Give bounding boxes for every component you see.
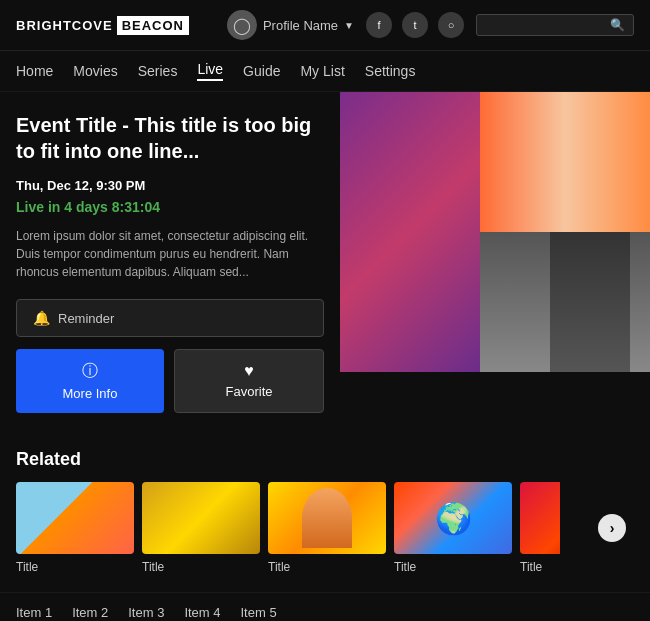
nav-series[interactable]: Series	[138, 63, 178, 79]
thumb-5	[520, 482, 560, 554]
bell-icon: 🔔	[33, 310, 50, 326]
header-right: ◯ Profile Name ▼ f t ○ 🔍	[227, 10, 634, 40]
action-buttons: ⓘ More Info ♥ Favorite	[16, 349, 324, 413]
related-item-title-2: Title	[142, 560, 260, 574]
favorite-button[interactable]: ♥ Favorite	[174, 349, 324, 413]
social-icons: f t ○	[366, 12, 464, 38]
thumb-1	[16, 482, 134, 554]
hero-right-panel	[480, 92, 650, 372]
nav-settings[interactable]: Settings	[365, 63, 416, 79]
nav-home[interactable]: Home	[16, 63, 53, 79]
list-item[interactable]: Title	[16, 482, 134, 574]
related-item-title-5: Title	[520, 560, 560, 574]
related-item-title-3: Title	[268, 560, 386, 574]
event-details: Event Title - This title is too big to f…	[0, 92, 340, 433]
nav-movies[interactable]: Movies	[73, 63, 117, 79]
hero-bottom-panel	[480, 232, 650, 372]
search-input[interactable]	[485, 18, 605, 32]
thumb-image-5	[520, 482, 560, 554]
event-title: Event Title - This title is too big to f…	[16, 112, 324, 164]
footer-nav-item-5[interactable]: Item 5	[241, 605, 277, 620]
related-item-title-4: Title	[394, 560, 512, 574]
list-item[interactable]: Title	[268, 482, 386, 574]
info-icon: ⓘ	[82, 361, 98, 382]
profile-icon: ◯	[227, 10, 257, 40]
footer-nav: Item 1 Item 2 Item 3 Item 4 Item 5	[0, 592, 650, 621]
instagram-icon[interactable]: ○	[438, 12, 464, 38]
logo-brightcove: BRIGHTCOVE	[16, 18, 113, 33]
related-items: Title Title Title 🌍 Title	[16, 482, 634, 574]
hero-top-panel	[480, 92, 650, 232]
logo-beacon: BEACON	[117, 16, 189, 35]
thumb-person	[302, 488, 352, 548]
header: BRIGHTCOVE BEACON ◯ Profile Name ▼ f t ○…	[0, 0, 650, 51]
event-description: Lorem ipsum dolor sit amet, consectetur …	[16, 227, 324, 281]
footer-nav-item-2[interactable]: Item 2	[72, 605, 108, 620]
globe-icon: 🌍	[435, 501, 472, 536]
footer-nav-item-4[interactable]: Item 4	[184, 605, 220, 620]
footer-nav-item-1[interactable]: Item 1	[16, 605, 52, 620]
main-content: Event Title - This title is too big to f…	[0, 92, 650, 433]
related-item-title-1: Title	[16, 560, 134, 574]
thumb-image-4: 🌍	[394, 482, 512, 554]
thumb-image-2	[142, 482, 260, 554]
nav-guide[interactable]: Guide	[243, 63, 280, 79]
related-title: Related	[16, 449, 634, 470]
footer-nav-item-3[interactable]: Item 3	[128, 605, 164, 620]
favorite-label: Favorite	[226, 384, 273, 399]
heart-icon: ♥	[244, 362, 254, 380]
event-live-status: Live in 4 days 8:31:04	[16, 199, 324, 215]
reminder-button[interactable]: 🔔 Reminder	[16, 299, 324, 337]
profile-area[interactable]: ◯ Profile Name ▼	[227, 10, 354, 40]
facebook-icon[interactable]: f	[366, 12, 392, 38]
reminder-label: Reminder	[58, 311, 114, 326]
more-info-button[interactable]: ⓘ More Info	[16, 349, 164, 413]
twitter-icon[interactable]: t	[402, 12, 428, 38]
thumb-image-1	[16, 482, 134, 554]
nav-mylist[interactable]: My List	[300, 63, 344, 79]
hero-person	[550, 232, 630, 372]
list-item[interactable]: Title	[520, 482, 560, 574]
logo: BRIGHTCOVE BEACON	[16, 16, 189, 35]
profile-name: Profile Name	[263, 18, 338, 33]
event-date: Thu, Dec 12, 9:30 PM	[16, 178, 324, 193]
hero-image	[340, 92, 650, 372]
thumb-4: 🌍	[394, 482, 512, 554]
thumb-2	[142, 482, 260, 554]
related-section: Related Title Title Title	[0, 433, 650, 584]
nav-live[interactable]: Live	[197, 61, 223, 81]
search-icon[interactable]: 🔍	[610, 18, 625, 32]
carousel-next-button[interactable]: ›	[598, 514, 626, 542]
search-bar[interactable]: 🔍	[476, 14, 634, 36]
more-info-label: More Info	[63, 386, 118, 401]
thumb-3	[268, 482, 386, 554]
chevron-down-icon: ▼	[344, 20, 354, 31]
list-item[interactable]: Title	[142, 482, 260, 574]
hero-left-panel	[340, 92, 480, 372]
list-item[interactable]: 🌍 Title	[394, 482, 512, 574]
thumb-image-3	[268, 482, 386, 554]
main-nav: Home Movies Series Live Guide My List Se…	[0, 51, 650, 92]
